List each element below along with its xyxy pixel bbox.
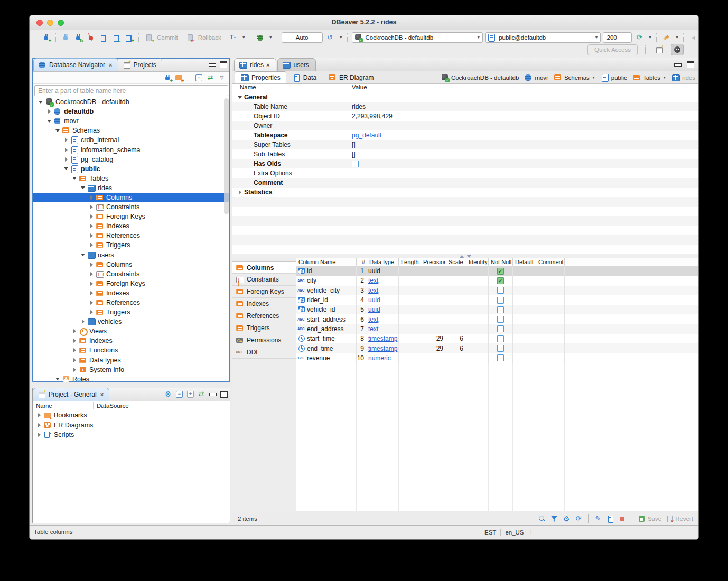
splitter-up-icon[interactable] [460, 255, 464, 258]
grid-cell-datatype[interactable]: text [367, 314, 399, 324]
twistie-icon[interactable] [55, 129, 60, 132]
grid-cell-identity[interactable] [466, 295, 489, 305]
grid-header-length[interactable]: Length [399, 258, 421, 266]
breadcrumb-item-tables[interactable]: Tables▼ [632, 73, 666, 82]
grid-header-default[interactable]: Default [513, 258, 536, 266]
filter-icon[interactable] [550, 514, 558, 523]
side-tab-triggers[interactable]: Triggers [232, 322, 296, 334]
grid-cell-name[interactable]: start_time [296, 334, 357, 343]
breadcrumb-item-schemas[interactable]: Schemas▼ [554, 73, 595, 82]
twistie-icon[interactable] [47, 120, 51, 123]
grid-cell-name[interactable]: end_time [296, 343, 357, 353]
grid-cell-length[interactable] [399, 286, 421, 295]
property-value[interactable]: [] [350, 151, 356, 158]
tree-item-roles[interactable]: Roles [33, 374, 229, 383]
property-value[interactable]: rides [350, 103, 366, 110]
twistie-icon[interactable] [73, 368, 76, 372]
twistie-icon[interactable] [65, 148, 68, 152]
project-item-scripts[interactable]: Scripts [33, 430, 230, 440]
grid-row-start-time[interactable]: start_time8timestamp296 [296, 334, 698, 343]
collapse-all-icon[interactable] [175, 390, 183, 398]
grid-cell-default[interactable] [513, 295, 536, 305]
grid-cell-name[interactable]: revenue [296, 353, 357, 363]
splitter-down-icon[interactable] [467, 255, 471, 258]
grid-cell-comment[interactable] [536, 314, 565, 324]
grid-cell-scale[interactable] [446, 353, 466, 363]
property-value[interactable] [350, 161, 359, 167]
new-folder-icon[interactable]: + [175, 73, 183, 82]
breadcrumb-item-public[interactable]: public [601, 73, 627, 82]
tree-item-schemas[interactable]: Schemas [33, 126, 229, 135]
chevron-down-icon[interactable]: ▼ [662, 76, 666, 79]
twistie-icon[interactable] [55, 378, 60, 380]
grid-cell-comment[interactable] [536, 295, 565, 305]
grid-cell-name[interactable]: rider_id [296, 295, 357, 305]
twistie-icon[interactable] [64, 167, 68, 170]
grid-cell-identity[interactable] [466, 334, 489, 343]
grid-header-[interactable]: # [357, 258, 367, 266]
grid-cell-ordinal[interactable]: 10 [357, 353, 367, 363]
tab-projects[interactable]: Projects [118, 58, 162, 71]
not-null-checkbox[interactable] [497, 306, 504, 313]
datatype-link[interactable]: numeric [368, 354, 391, 362]
twistie-icon[interactable] [90, 263, 93, 267]
view-menu-icon[interactable] [218, 73, 226, 82]
maximize-editor-icon[interactable] [686, 60, 694, 69]
column-header-name[interactable]: Name [33, 402, 94, 409]
property-row-tablespace[interactable]: Tablespacepg_default [232, 130, 698, 140]
debug-caret[interactable]: ▼ [269, 35, 273, 39]
grid-cell-identity[interactable] [466, 286, 489, 295]
tree-item-data-types[interactable]: Data types [33, 355, 229, 365]
datatype-link[interactable]: text [368, 325, 378, 333]
grid-cell-datatype[interactable]: numeric [367, 353, 399, 363]
grid-cell-default[interactable] [513, 334, 536, 343]
tree-item-triggers[interactable]: Triggers [33, 307, 229, 317]
grid-row-end-time[interactable]: end_time9timestamp296 [296, 343, 698, 353]
tree-item-constraints[interactable]: Constraints [33, 202, 229, 212]
delete-icon[interactable] [618, 514, 627, 523]
property-row-object-id[interactable]: Object ID2,293,998,429 [232, 111, 698, 121]
property-value[interactable]: [] [350, 141, 356, 148]
grid-cell-ordinal[interactable]: 5 [357, 305, 367, 314]
grid-header-column-name[interactable]: Column Name [296, 258, 357, 266]
property-row-extra-options[interactable]: Extra Options [232, 168, 698, 178]
grid-cell-not-null[interactable] [489, 353, 513, 363]
grid-cell-ordinal[interactable]: 2 [357, 276, 367, 285]
grid-cell-default[interactable] [513, 286, 536, 295]
twistie-icon[interactable] [90, 233, 93, 238]
grid-header-data-type[interactable]: Data type [367, 258, 399, 266]
grid-cell-identity[interactable] [466, 314, 489, 324]
grid-cell-datatype[interactable]: timestamp [367, 343, 399, 353]
tree-item-rides[interactable]: rides [33, 183, 229, 193]
grid-cell-not-null[interactable] [489, 324, 513, 334]
datatype-link[interactable]: uuid [368, 267, 380, 275]
tree-item-defaultdb[interactable]: defaultdb [33, 107, 229, 116]
columns-view-icon[interactable] [606, 514, 614, 523]
grid-cell-precision[interactable]: 29 [421, 334, 446, 343]
table-filter-input[interactable]: Enter a part of table name here [34, 85, 228, 96]
maximize-view-icon[interactable] [219, 390, 228, 398]
datatype-link[interactable]: timestamp [368, 345, 397, 352]
grid-cell-ordinal[interactable]: 9 [357, 343, 367, 353]
twistie-icon[interactable] [81, 254, 85, 256]
tree-item-vehicles[interactable]: vehicles [33, 317, 229, 326]
grid-row-rider-id[interactable]: rider_id4uuid [296, 295, 698, 305]
tree-item-columns[interactable]: Columns [33, 260, 229, 269]
expand-all-icon[interactable] [186, 390, 194, 398]
tree-item-indexes[interactable]: Indexes [33, 221, 229, 231]
grid-cell-identity[interactable] [466, 353, 489, 363]
grid-cell-identity[interactable] [466, 343, 489, 353]
datatype-link[interactable]: uuid [368, 296, 380, 304]
grid-cell-precision[interactable] [421, 266, 446, 276]
grid-cell-comment[interactable] [536, 276, 565, 285]
grid-row-vehicle-city[interactable]: vehicle_city3text [296, 286, 698, 295]
property-row-super-tables[interactable]: Super Tables[] [232, 140, 698, 149]
grid-cell-datatype[interactable]: uuid [367, 305, 399, 314]
grid-cell-not-null[interactable] [489, 314, 513, 324]
grid-cell-scale[interactable] [446, 286, 466, 295]
datatype-link[interactable]: text [368, 277, 378, 284]
grid-cell-default[interactable] [513, 324, 536, 334]
transaction-log-caret[interactable]: ▼ [339, 35, 343, 39]
close-icon[interactable]: × [266, 62, 269, 68]
grid-cell-precision[interactable]: 29 [421, 343, 446, 353]
